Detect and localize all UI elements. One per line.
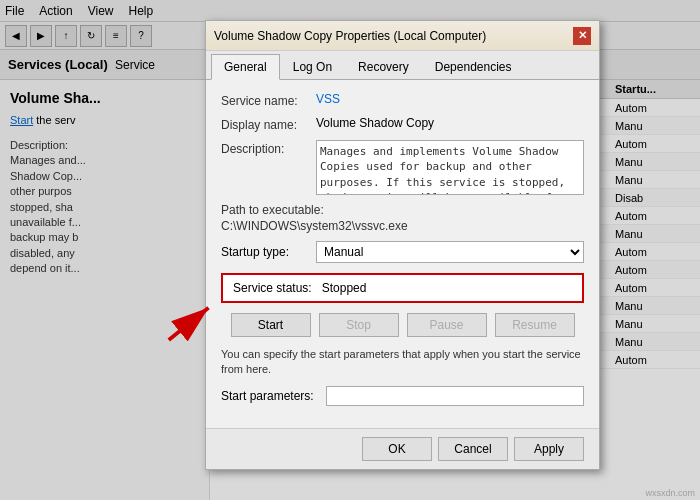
dialog-body: Service name: VSS Display name: Volume S… (206, 80, 599, 428)
start-params-label: Start parameters: (221, 389, 326, 403)
display-name-label: Display name: (221, 116, 316, 132)
tab-logon[interactable]: Log On (280, 54, 345, 79)
apply-button[interactable]: Apply (514, 437, 584, 461)
dialog-close-button[interactable]: ✕ (573, 27, 591, 45)
display-name-row: Display name: Volume Shadow Copy (221, 116, 584, 132)
path-value: C:\WINDOWS\system32\vssvc.exe (221, 219, 584, 233)
properties-dialog: Volume Shadow Copy Properties (Local Com… (205, 20, 600, 470)
dialog-title: Volume Shadow Copy Properties (Local Com… (214, 29, 486, 43)
path-section: Path to executable: C:\WINDOWS\system32\… (221, 203, 584, 233)
tab-general[interactable]: General (211, 54, 280, 80)
dialog-titlebar: Volume Shadow Copy Properties (Local Com… (206, 21, 599, 51)
description-row: Description: (221, 140, 584, 195)
cancel-button[interactable]: Cancel (438, 437, 508, 461)
service-name-label: Service name: (221, 92, 316, 108)
description-label: Description: (221, 140, 316, 156)
service-name-row: Service name: VSS (221, 92, 584, 108)
startup-select[interactable]: Manual Automatic Disabled (316, 241, 584, 263)
status-row: Service status: Stopped (233, 281, 572, 295)
stop-button[interactable]: Stop (319, 313, 399, 337)
svg-line-1 (169, 308, 209, 340)
dialog-tabs: General Log On Recovery Dependencies (206, 51, 599, 80)
params-info: You can specify the start parameters tha… (221, 347, 584, 378)
pause-button[interactable]: Pause (407, 313, 487, 337)
start-params-row: Start parameters: (221, 386, 584, 406)
red-arrow-indicator (165, 295, 225, 355)
tab-recovery[interactable]: Recovery (345, 54, 422, 79)
tab-dependencies[interactable]: Dependencies (422, 54, 525, 79)
dialog-actions: OK Cancel Apply (206, 428, 599, 469)
start-button[interactable]: Start (231, 313, 311, 337)
service-name-value: VSS (316, 92, 584, 106)
startup-row: Startup type: Manual Automatic Disabled (221, 241, 584, 263)
ok-button[interactable]: OK (362, 437, 432, 461)
status-value: Stopped (322, 281, 367, 295)
start-params-input[interactable] (326, 386, 584, 406)
control-buttons: Start Stop Pause Resume (221, 313, 584, 337)
resume-button[interactable]: Resume (495, 313, 575, 337)
watermark: wxsxdn.com (645, 488, 695, 498)
description-textarea[interactable] (316, 140, 584, 195)
display-name-value: Volume Shadow Copy (316, 116, 584, 130)
path-label: Path to executable: (221, 203, 584, 217)
service-status-box: Service status: Stopped (221, 273, 584, 303)
status-label: Service status: (233, 281, 312, 295)
startup-label: Startup type: (221, 245, 316, 259)
